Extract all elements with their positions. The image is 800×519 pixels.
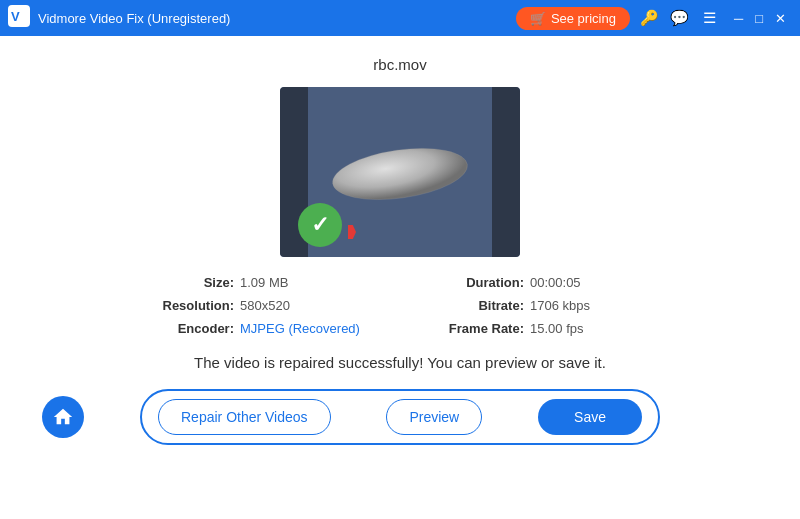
app-title: Vidmore Video Fix (Unregistered) (38, 11, 516, 26)
home-button[interactable] (42, 396, 84, 438)
video-info-table: Size: 1.09 MB Duration: 00:00:05 Resolut… (110, 275, 690, 336)
cart-icon: 🛒 (530, 11, 546, 26)
svg-text:V: V (11, 9, 20, 24)
blimp-shape (325, 132, 475, 212)
chat-icon[interactable]: 💬 (670, 8, 690, 28)
key-icon[interactable]: 🔑 (640, 8, 660, 28)
success-message: The video is repaired successfully! You … (194, 354, 606, 371)
main-content: rbc.mov (0, 36, 800, 519)
resolution-value: 580x520 (240, 298, 400, 313)
action-bar: Repair Other Videos Preview Save (140, 389, 660, 445)
resolution-label: Resolution: (110, 298, 240, 313)
video-thumbnail: ✓ (280, 87, 520, 257)
success-badge: ✓ (298, 203, 342, 247)
duration-label: Duration: (400, 275, 530, 290)
framerate-value: 15.00 fps (530, 321, 690, 336)
encoder-value: MJPEG (Recovered) (240, 321, 400, 336)
toolbar-icons: 🔑 💬 ☰ (640, 8, 720, 28)
see-pricing-button[interactable]: 🛒 See pricing (516, 7, 630, 30)
maximize-button[interactable]: □ (749, 0, 769, 36)
video-filename: rbc.mov (373, 56, 426, 73)
framerate-label: Frame Rate: (400, 321, 530, 336)
action-bar-wrapper: Repair Other Videos Preview Save (100, 389, 700, 445)
bitrate-value: 1706 kbps (530, 298, 690, 313)
title-bar: V Vidmore Video Fix (Unregistered) 🛒 See… (0, 0, 800, 36)
minimize-button[interactable]: ─ (728, 0, 749, 36)
menu-icon[interactable]: ☰ (700, 8, 720, 28)
encoder-label: Encoder: (110, 321, 240, 336)
repair-other-videos-button[interactable]: Repair Other Videos (158, 399, 331, 435)
save-button[interactable]: Save (538, 399, 642, 435)
thumb-sidebar-right (492, 87, 520, 257)
size-value: 1.09 MB (240, 275, 400, 290)
size-label: Size: (110, 275, 240, 290)
preview-button[interactable]: Preview (386, 399, 482, 435)
close-button[interactable]: ✕ (769, 0, 792, 36)
svg-point-2 (329, 141, 470, 207)
app-logo: V (8, 5, 30, 31)
duration-value: 00:00:05 (530, 275, 690, 290)
bitrate-label: Bitrate: (400, 298, 530, 313)
home-icon (52, 406, 74, 428)
